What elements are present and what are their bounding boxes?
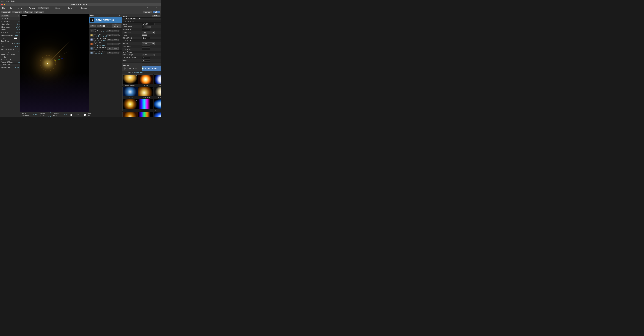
clear-all-button[interactable]: Clear All (34, 10, 44, 13)
tab-preset-browser[interactable]: ★ PRESET BROWSER (142, 66, 161, 71)
options-button[interactable]: Options (1, 15, 9, 17)
section-positioning[interactable]: ▶ Positioning Mode (0, 48, 20, 51)
stack-item-basestarwebb[interactable]: Base Star Web b ⊙ 66.0 HIDE SOLO ✕ (89, 46, 122, 51)
scn-button[interactable]: SCN (96, 25, 103, 27)
basestarchrona-val2[interactable]: 69.5 (102, 45, 105, 46)
browser-item-1[interactable]: Far Sun ✕ (138, 74, 153, 86)
browser-item-9[interactable]: Mylenium Laser Flare ✕ (138, 99, 153, 111)
expand-icon-scale[interactable]: ◎ (1, 29, 2, 30)
tab-browser[interactable]: Browser (78, 6, 90, 9)
browser-x-0[interactable]: ✕ (136, 75, 137, 76)
browser-item-2[interactable]: Future Light ✕ (154, 74, 161, 86)
editor-input-brightness2[interactable] (142, 62, 150, 64)
solo-basestarweba[interactable]: SOLO (112, 52, 118, 54)
browser-item-14[interactable] (154, 112, 161, 117)
hide-basestarwebb[interactable]: HIDE (107, 47, 112, 49)
menu-file[interactable]: File (1, 7, 6, 9)
redo-button[interactable]: Redo (0) (12, 10, 22, 13)
expand-icon-positionxy[interactable]: ▶ (1, 20, 2, 22)
browser-item-6[interactable]: Head Light ✕ (154, 87, 161, 99)
basestarweba-val1[interactable]: 0.0 (96, 53, 98, 54)
reset-button[interactable]: RESET (152, 15, 160, 17)
browser-item-0[interactable]: Concert Sparkle ✕ (122, 74, 138, 86)
tab-stack[interactable]: Stack (52, 6, 62, 9)
section-sourcetype[interactable]: ▶ Source Type 2D (0, 51, 20, 53)
param-value-gpu[interactable]: Use C (15, 46, 20, 48)
stack-item-basestarchrona[interactable]: Base Star Chroma ⊙ 38.0 ⊕ 69.5 HIDE SOLO… (89, 42, 122, 46)
expand-icon-brightness[interactable]: ◎ (1, 26, 2, 28)
param-value-brightness[interactable]: 100.0 (16, 26, 20, 28)
param-value-animevol[interactable]: 0x+0.0° (14, 43, 20, 45)
duplicate-button[interactable]: Duplicate (23, 10, 34, 13)
preview-canvas[interactable] (20, 14, 89, 112)
ringa-val1[interactable]: 110.0 (96, 31, 100, 32)
delete-basestarbst[interactable]: ✕ (119, 38, 121, 41)
editor-dropdown-blendmode[interactable]: Add Normal Screen (142, 31, 154, 34)
basestar-val2[interactable]: 100.0 (103, 35, 107, 37)
solo-basestarbst[interactable]: SOLO (112, 38, 118, 41)
scale-value[interactable]: 100.0% (61, 114, 67, 115)
editor-input-startrange[interactable] (142, 45, 150, 48)
hide-ringa[interactable]: HIDE (107, 30, 112, 32)
param-value-scale[interactable]: 100.0 (16, 29, 20, 31)
param-value-centerpos[interactable]: 30C (17, 23, 20, 25)
hide-basestarweba[interactable]: HIDE (107, 52, 112, 54)
menu-view[interactable]: View (17, 7, 23, 9)
editor-input-illum-radius[interactable] (142, 56, 150, 59)
tab-preview[interactable]: Preview (38, 6, 49, 9)
editor-dropdown-shape[interactable]: None (142, 42, 154, 45)
show-bg-checkbox[interactable] (84, 114, 86, 116)
close-button[interactable] (1, 4, 3, 5)
color-swatch[interactable] (14, 37, 17, 39)
browser-x-1[interactable]: ✕ (152, 75, 153, 76)
nav-natural-flares[interactable]: Natural Flares (134, 71, 144, 73)
hide-basestarbst[interactable]: HIDE (107, 38, 112, 41)
delete-ringa[interactable]: ✕ (119, 30, 121, 32)
param-value-rendermode[interactable]: On Blac (14, 67, 20, 68)
delete-basestar[interactable]: ✕ (119, 34, 121, 36)
stack-item-basestarbst[interactable]: Base Star Boost ⊙ 132.3 ⊕ 69.5 HIDE SOLO… (89, 37, 122, 42)
solo-basestarwebb[interactable]: SOLO (112, 47, 118, 49)
editor-input-falloff[interactable] (142, 59, 150, 62)
minimize-button[interactable] (4, 4, 5, 5)
expand-icon-animevol[interactable]: ◎ (1, 43, 2, 45)
panel-toggle-icon[interactable]: ⊞ (18, 15, 19, 17)
tab-editor[interactable]: Editor (66, 6, 75, 9)
editor-input-fadeamt[interactable] (142, 48, 150, 50)
browser-item-12[interactable] (122, 112, 138, 117)
scaleoffset-slider[interactable] (142, 26, 152, 28)
param-value-scaleoffset[interactable]: Scale (16, 32, 20, 33)
browser-item-5[interactable]: Golden Light ✕ (138, 87, 153, 99)
basestarbst-val2[interactable]: 69.5 (103, 40, 106, 41)
cancel-button[interactable]: Cancel (143, 10, 152, 13)
nav-lens-flares[interactable]: Lens Flares (123, 71, 131, 73)
basestarweba-val2[interactable]: 82.0 (101, 53, 104, 54)
topbar-item-mark[interactable]: 标注 (6, 0, 9, 2)
stack-item-basestar[interactable]: Base Star ⊙ 142.0 ⊕ 100.0 HIDE SOLO ✕ (89, 33, 122, 37)
param-value-positionxy[interactable]: 29C (17, 20, 20, 22)
editor-input-aspect[interactable] (142, 28, 150, 31)
stack-item-basestarweba[interactable]: Base Star Web a ⊙ 0.0 ⊕ 82.0 HIDE SOLO ✕ (89, 51, 122, 55)
ringa-val2[interactable]: 270.0 (103, 31, 107, 32)
tab-lens-objects[interactable]: ⬡ LENS OBJECTS (122, 66, 142, 71)
topbar-item-jump[interactable]: 小跳跃 (11, 0, 16, 2)
browser-x-8[interactable]: ✕ (136, 100, 137, 101)
editor-color-swatch[interactable] (142, 34, 147, 36)
basestar-val1[interactable]: 142.0 (96, 35, 100, 37)
hide-basestarchrona[interactable]: HIDE (107, 43, 112, 45)
delete-basestarwebb[interactable]: ✕ (119, 47, 121, 49)
delete-basestarchrona[interactable]: ✕ (119, 43, 121, 45)
browser-x-9[interactable]: ✕ (152, 100, 153, 101)
browser-item-13[interactable] (138, 112, 153, 117)
param-value-rotoffset[interactable]: 0x+0.0° (14, 34, 20, 36)
position-value[interactable]: 20.0 , 20.0 (48, 112, 51, 117)
undo-button[interactable]: Undo (3) (1, 10, 12, 13)
solo-basestarchrona[interactable]: SOLO (112, 43, 118, 45)
browser-x-5[interactable]: ✕ (152, 87, 153, 89)
basestarwebb-val1[interactable]: 66.0 (96, 48, 99, 50)
editor-dropdown-texture[interactable]: None (142, 54, 154, 56)
solo-basestar[interactable]: SOLO (112, 34, 118, 36)
brightness-value[interactable]: 100.0% (32, 114, 37, 115)
browser-item-4[interactable]: Gloss Blue ✕ (122, 87, 138, 99)
expand-icon-centerpos[interactable]: ◎ (1, 23, 2, 25)
